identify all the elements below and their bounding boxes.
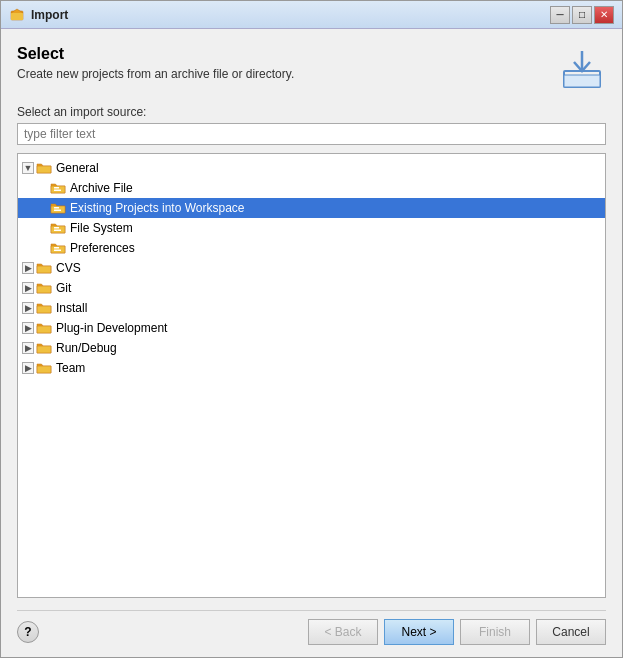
svg-rect-1 — [11, 13, 23, 20]
item-label-archive-file: Archive File — [70, 181, 133, 195]
header-icon — [558, 45, 606, 93]
minimize-button[interactable]: ─ — [550, 6, 570, 24]
svg-rect-11 — [54, 247, 59, 249]
help-button[interactable]: ? — [17, 621, 39, 643]
expand-icon-team[interactable]: ▶ — [22, 362, 34, 374]
folder-icon-existing-projects — [50, 201, 66, 215]
item-label-plugin-dev: Plug-in Development — [56, 321, 167, 335]
tree-item-cvs[interactable]: ▶ CVS — [18, 258, 605, 278]
title-bar: Import ─ □ ✕ — [1, 1, 622, 29]
svg-rect-9 — [54, 227, 59, 229]
folder-icon-preferences — [50, 241, 66, 255]
folder-icon-plugin-dev — [36, 321, 52, 335]
folder-icon-run-debug — [36, 341, 52, 355]
separator — [17, 610, 606, 611]
bottom-area: ? < Back Next > Finish Cancel — [1, 598, 622, 657]
window-icon — [9, 7, 25, 23]
filter-input[interactable] — [17, 123, 606, 145]
expand-icon-existing-projects — [36, 202, 48, 214]
svg-rect-7 — [54, 207, 59, 209]
window-title: Import — [31, 8, 550, 22]
expand-icon-archive-file — [36, 182, 48, 194]
page-title: Select — [17, 45, 294, 63]
svg-rect-3 — [564, 75, 600, 87]
tree-item-git[interactable]: ▶ Git — [18, 278, 605, 298]
svg-rect-6 — [54, 190, 61, 192]
expand-icon-plugin-dev[interactable]: ▶ — [22, 322, 34, 334]
tree-item-team[interactable]: ▶ Team — [18, 358, 605, 378]
item-label-preferences: Preferences — [70, 241, 135, 255]
folder-icon-install — [36, 301, 52, 315]
item-label-existing-projects: Existing Projects into Workspace — [70, 201, 245, 215]
svg-rect-10 — [54, 230, 61, 232]
svg-rect-12 — [54, 250, 61, 252]
svg-rect-5 — [54, 187, 59, 189]
item-label-team: Team — [56, 361, 85, 375]
cancel-button[interactable]: Cancel — [536, 619, 606, 645]
expand-icon-general[interactable]: ▼ — [22, 162, 34, 174]
tree-item-install[interactable]: ▶ Install — [18, 298, 605, 318]
source-label: Select an import source: — [17, 105, 606, 119]
nav-buttons: < Back Next > Finish Cancel — [308, 619, 606, 645]
back-button[interactable]: < Back — [308, 619, 378, 645]
folder-icon-git — [36, 281, 52, 295]
folder-icon-file-system — [50, 221, 66, 235]
tree-item-file-system[interactable]: File System — [18, 218, 605, 238]
import-icon-svg — [560, 47, 604, 91]
import-dialog: Import ─ □ ✕ Select Create new projects … — [0, 0, 623, 658]
header-text: Select Create new projects from an archi… — [17, 45, 294, 81]
content-area: Select Create new projects from an archi… — [1, 29, 622, 598]
close-button[interactable]: ✕ — [594, 6, 614, 24]
folder-icon-cvs — [36, 261, 52, 275]
maximize-button[interactable]: □ — [572, 6, 592, 24]
folder-icon-team — [36, 361, 52, 375]
page-description: Create new projects from an archive file… — [17, 67, 294, 81]
window-controls: ─ □ ✕ — [550, 6, 614, 24]
expand-icon-cvs[interactable]: ▶ — [22, 262, 34, 274]
folder-icon-general — [36, 161, 52, 175]
expand-icon-file-system — [36, 222, 48, 234]
finish-button[interactable]: Finish — [460, 619, 530, 645]
expand-icon-git[interactable]: ▶ — [22, 282, 34, 294]
item-label-cvs: CVS — [56, 261, 81, 275]
item-label-general: General — [56, 161, 99, 175]
header-section: Select Create new projects from an archi… — [17, 45, 606, 93]
item-label-file-system: File System — [70, 221, 133, 235]
item-label-git: Git — [56, 281, 71, 295]
tree-item-general[interactable]: ▼ General — [18, 158, 605, 178]
item-label-install: Install — [56, 301, 87, 315]
next-button[interactable]: Next > — [384, 619, 454, 645]
expand-icon-run-debug[interactable]: ▶ — [22, 342, 34, 354]
tree-item-existing-projects[interactable]: Existing Projects into Workspace — [18, 198, 605, 218]
tree-item-archive-file[interactable]: Archive File — [18, 178, 605, 198]
tree-item-preferences[interactable]: Preferences — [18, 238, 605, 258]
tree-container[interactable]: ▼ General Archive File Existing Projects… — [17, 153, 606, 598]
expand-icon-install[interactable]: ▶ — [22, 302, 34, 314]
expand-icon-preferences — [36, 242, 48, 254]
folder-icon-archive-file — [50, 181, 66, 195]
svg-rect-8 — [54, 210, 61, 212]
tree-item-plugin-dev[interactable]: ▶ Plug-in Development — [18, 318, 605, 338]
tree-item-run-debug[interactable]: ▶ Run/Debug — [18, 338, 605, 358]
button-row: ? < Back Next > Finish Cancel — [17, 619, 606, 645]
item-label-run-debug: Run/Debug — [56, 341, 117, 355]
